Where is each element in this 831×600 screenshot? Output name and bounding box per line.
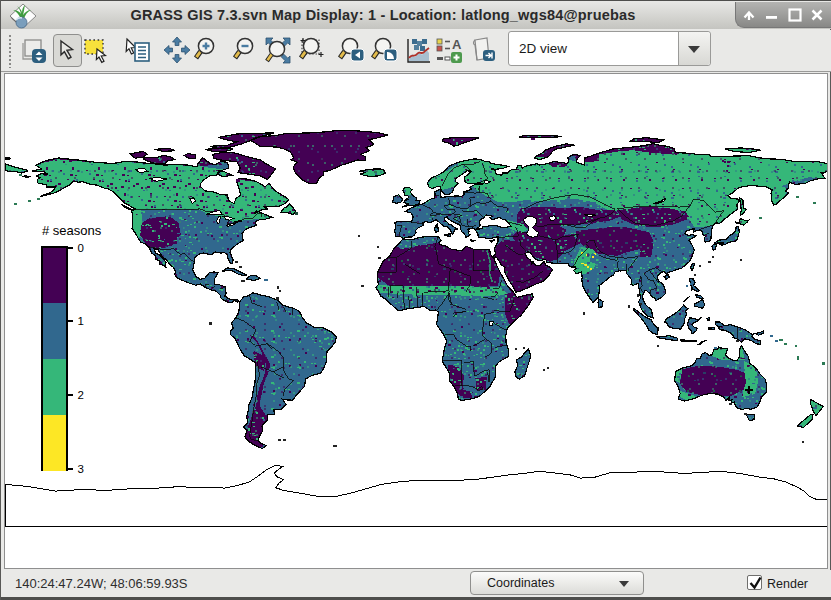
svg-text:2: 2 bbox=[78, 389, 84, 401]
svg-text:0: 0 bbox=[78, 242, 84, 254]
svg-text:A: A bbox=[452, 37, 462, 52]
svg-text:1: 1 bbox=[78, 315, 84, 327]
svg-text:3: 3 bbox=[78, 463, 84, 475]
svg-text:# seasons: # seasons bbox=[42, 223, 102, 238]
